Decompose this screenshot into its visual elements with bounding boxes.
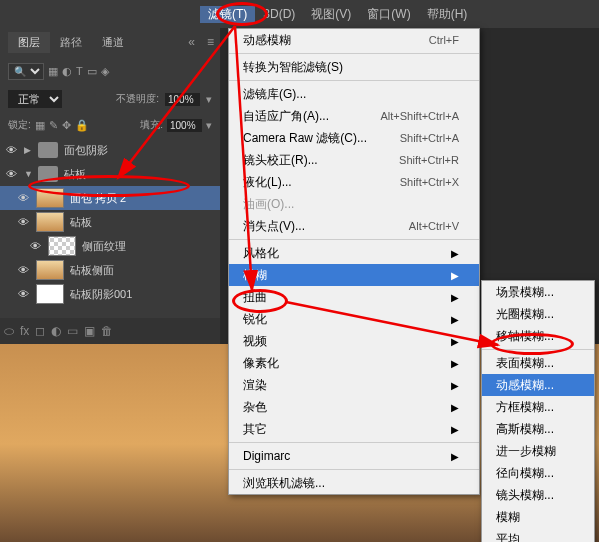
menu-3d[interactable]: 3D(D): [255, 7, 303, 21]
menu-window[interactable]: 窗口(W): [359, 6, 418, 23]
delete-icon[interactable]: 🗑: [101, 324, 113, 338]
tab-layers[interactable]: 图层: [8, 32, 50, 53]
menu-convert-smart[interactable]: 转换为智能滤镜(S): [229, 56, 479, 78]
menu-filter[interactable]: 滤镜(T): [200, 6, 255, 23]
menu-adaptive-wide[interactable]: 自适应广角(A)... Alt+Shift+Ctrl+A: [229, 105, 479, 127]
new-layer-icon[interactable]: ▣: [84, 324, 95, 338]
layer-thumbnail: [36, 284, 64, 304]
visibility-icon[interactable]: 👁: [18, 288, 30, 300]
panel-menu-icon[interactable]: ≡: [201, 35, 220, 49]
menu-blur[interactable]: 模糊▶: [229, 264, 479, 286]
lock-pixels-icon[interactable]: ▦: [35, 119, 45, 132]
visibility-icon[interactable]: 👁: [18, 216, 30, 228]
expand-icon[interactable]: ▶: [24, 145, 32, 155]
menu-motion-blur-last[interactable]: 动感模糊 Ctrl+F: [229, 29, 479, 51]
visibility-icon[interactable]: 👁: [6, 168, 18, 180]
visibility-icon[interactable]: 👁: [18, 264, 30, 276]
fill-dropdown-icon[interactable]: ▾: [206, 119, 212, 132]
submenu-gaussian[interactable]: 高斯模糊...: [482, 418, 594, 440]
menu-oil-paint: 油画(O)...: [229, 193, 479, 215]
menu-label: 镜头校正(R)...: [243, 152, 318, 169]
filter-image-icon[interactable]: ▦: [48, 65, 58, 78]
menu-digimarc[interactable]: Digimarc▶: [229, 445, 479, 467]
submenu-blur[interactable]: 模糊: [482, 506, 594, 528]
filter-shape-icon[interactable]: ▭: [87, 65, 97, 78]
submenu-iris-blur[interactable]: 光圈模糊...: [482, 303, 594, 325]
layer-filter-select[interactable]: 🔍: [8, 63, 44, 80]
layer-row[interactable]: 👁 ▶ 面包阴影: [0, 138, 220, 162]
tab-channels[interactable]: 通道: [92, 32, 134, 53]
mask-icon[interactable]: ◻: [35, 324, 45, 338]
opacity-dropdown-icon[interactable]: ▾: [206, 93, 212, 106]
lock-move-icon[interactable]: ✥: [62, 119, 71, 132]
menu-view[interactable]: 视图(V): [303, 6, 359, 23]
menu-label: 扭曲: [243, 289, 267, 306]
filter-smart-icon[interactable]: ◈: [101, 65, 109, 78]
fill-input[interactable]: [167, 119, 202, 132]
menu-label: 杂色: [243, 399, 267, 416]
menu-sharpen[interactable]: 锐化▶: [229, 308, 479, 330]
layer-row[interactable]: 👁 面包 拷贝 2: [0, 186, 220, 210]
layer-row[interactable]: 👁 砧板阴影001: [0, 282, 220, 306]
visibility-icon[interactable]: 👁: [18, 192, 30, 204]
layer-row[interactable]: 👁 ▼ 砧板: [0, 162, 220, 186]
expand-icon[interactable]: ▼: [24, 169, 32, 179]
menu-label: 动感模糊: [243, 32, 291, 49]
menu-label: 锐化: [243, 311, 267, 328]
submenu-tilt-shift[interactable]: 移轴模糊...: [482, 325, 594, 347]
submenu-surface[interactable]: 表面模糊...: [482, 352, 594, 374]
lock-brush-icon[interactable]: ✎: [49, 119, 58, 132]
submenu-field-blur[interactable]: 场景模糊...: [482, 281, 594, 303]
group-icon[interactable]: ▭: [67, 324, 78, 338]
menu-help[interactable]: 帮助(H): [419, 6, 476, 23]
submenu-lens[interactable]: 镜头模糊...: [482, 484, 594, 506]
menu-noise[interactable]: 杂色▶: [229, 396, 479, 418]
menu-shortcut: Ctrl+F: [429, 34, 459, 46]
submenu-arrow-icon: ▶: [451, 424, 459, 435]
menu-label: 消失点(V)...: [243, 218, 305, 235]
visibility-icon[interactable]: 👁: [6, 144, 18, 156]
blend-mode-select[interactable]: 正常: [8, 90, 62, 108]
menu-stylize[interactable]: 风格化▶: [229, 242, 479, 264]
layer-name: 砧板: [70, 215, 92, 230]
submenu-arrow-icon: ▶: [451, 270, 459, 281]
layer-name: 面包阴影: [64, 143, 108, 158]
menu-camera-raw[interactable]: Camera Raw 滤镜(C)... Shift+Ctrl+A: [229, 127, 479, 149]
submenu-box[interactable]: 方框模糊...: [482, 396, 594, 418]
menu-vanishing[interactable]: 消失点(V)... Alt+Ctrl+V: [229, 215, 479, 237]
folder-icon: [38, 166, 58, 182]
menu-pixelate[interactable]: 像素化▶: [229, 352, 479, 374]
visibility-icon[interactable]: 👁: [30, 240, 42, 252]
fx-icon[interactable]: fx: [20, 324, 29, 338]
menu-render[interactable]: 渲染▶: [229, 374, 479, 396]
submenu-arrow-icon: ▶: [451, 292, 459, 303]
submenu-radial[interactable]: 径向模糊...: [482, 462, 594, 484]
lock-all-icon[interactable]: 🔒: [75, 119, 89, 132]
menu-label: 渲染: [243, 377, 267, 394]
submenu-blur-more[interactable]: 进一步模糊: [482, 440, 594, 462]
menu-lens-correct[interactable]: 镜头校正(R)... Shift+Ctrl+R: [229, 149, 479, 171]
tab-paths[interactable]: 路径: [50, 32, 92, 53]
filter-type-icon[interactable]: T: [76, 65, 83, 77]
menu-filter-gallery[interactable]: 滤镜库(G)...: [229, 83, 479, 105]
link-icon[interactable]: ⬭: [4, 324, 14, 338]
layer-row[interactable]: 👁 侧面纹理: [0, 234, 220, 258]
menu-liquify[interactable]: 液化(L)... Shift+Ctrl+X: [229, 171, 479, 193]
menu-label: 像素化: [243, 355, 279, 372]
lock-label: 锁定:: [8, 118, 31, 132]
menu-distort[interactable]: 扭曲▶: [229, 286, 479, 308]
layer-row[interactable]: 👁 砧板: [0, 210, 220, 234]
layer-row[interactable]: 👁 砧板侧面: [0, 258, 220, 282]
menu-video[interactable]: 视频▶: [229, 330, 479, 352]
menu-other[interactable]: 其它▶: [229, 418, 479, 440]
menu-browse-online[interactable]: 浏览联机滤镜...: [229, 472, 479, 494]
opacity-input[interactable]: [165, 93, 200, 106]
layers-panel: 👁 ▶ 面包阴影 👁 ▼ 砧板 👁 面包 拷贝 2 👁 砧板 👁 侧面纹理 👁 …: [0, 138, 220, 318]
adjustment-icon[interactable]: ◐: [51, 324, 61, 338]
filter-adjust-icon[interactable]: ◐: [62, 65, 72, 78]
submenu-motion-blur[interactable]: 动感模糊...: [482, 374, 594, 396]
submenu-average[interactable]: 平均: [482, 528, 594, 542]
menu-label: 其它: [243, 421, 267, 438]
submenu-arrow-icon: ▶: [451, 402, 459, 413]
panel-close-icon[interactable]: «: [182, 35, 201, 49]
